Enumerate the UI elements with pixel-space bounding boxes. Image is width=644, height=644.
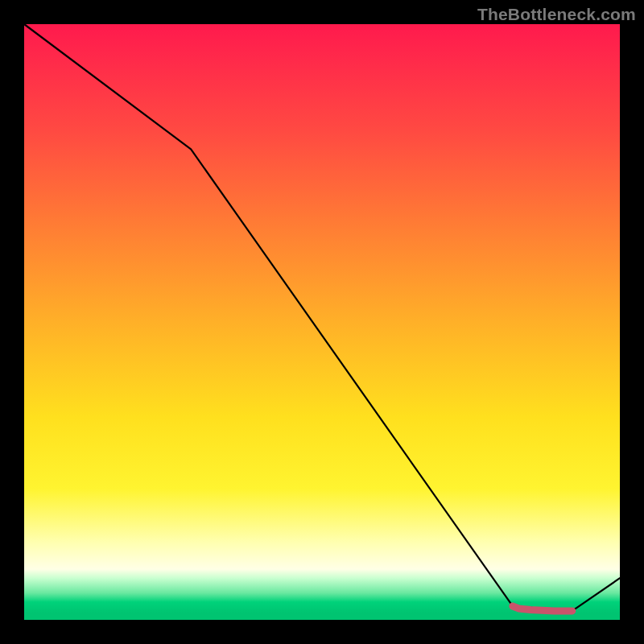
highlight-segment-path [513, 606, 572, 611]
primary-curve-path [24, 24, 620, 611]
watermark-text: TheBottleneck.com [477, 5, 636, 24]
chart-frame: TheBottleneck.com [0, 0, 644, 644]
plot-area [24, 24, 620, 620]
chart-svg [24, 24, 620, 620]
